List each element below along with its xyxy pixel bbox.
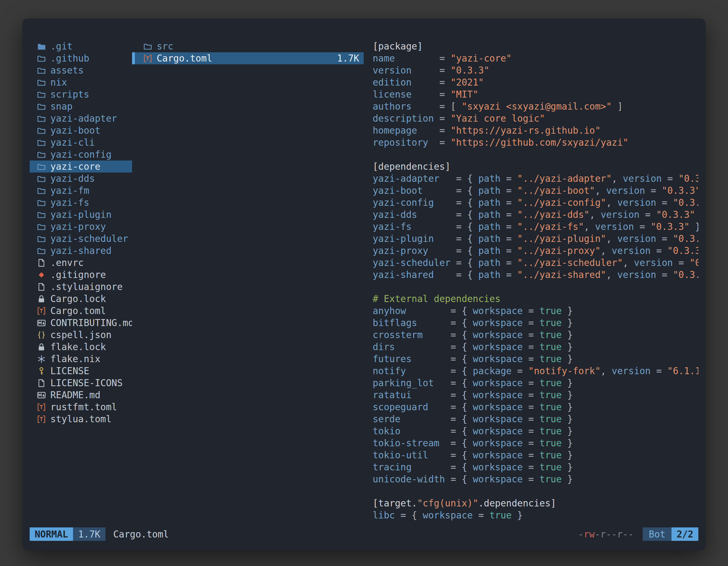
- markdown-icon: [36, 318, 46, 328]
- mode-badge: NORMAL: [30, 527, 73, 541]
- entry-name: CONTRIBUTING.md: [50, 317, 132, 329]
- directory-row[interactable]: yazi-proxy: [30, 221, 132, 233]
- code-line: name = "yazi-core": [373, 52, 698, 64]
- toml-icon: [36, 402, 46, 412]
- file-row[interactable]: .styluaignore: [30, 281, 132, 293]
- desktop: .git.githubassetsnixscriptssnapyazi-adap…: [0, 0, 728, 566]
- file-row[interactable]: .envrc: [30, 257, 132, 269]
- directory-row[interactable]: yazi-core: [30, 161, 132, 173]
- directory-row[interactable]: yazi-config: [30, 149, 132, 161]
- file-icon: [36, 258, 46, 268]
- entry-name: yazi-plugin: [50, 209, 112, 221]
- entry-name: .git: [50, 40, 72, 52]
- entry-name: Cargo.lock: [50, 293, 106, 305]
- entry-name: README.md: [50, 389, 100, 401]
- code-line: yazi-boot = { path = "../yazi-boot", ver…: [373, 185, 698, 197]
- file-row[interactable]: Cargo.toml: [30, 305, 132, 317]
- code-line: unicode-width = { workspace = true }: [373, 473, 698, 485]
- folder-icon: [36, 234, 46, 244]
- code-line: notify = { package = "notify-fork", vers…: [373, 365, 698, 377]
- directory-row[interactable]: yazi-cli: [30, 137, 132, 149]
- directory-row[interactable]: .git: [30, 40, 132, 52]
- directory-row[interactable]: snap: [30, 100, 132, 112]
- file-row[interactable]: cspell.json: [30, 329, 132, 341]
- file-row[interactable]: flake.nix: [30, 353, 132, 365]
- code-line: # External dependencies: [373, 293, 698, 305]
- code-line: [373, 149, 698, 161]
- directory-row[interactable]: yazi-fs: [30, 197, 132, 209]
- file-row[interactable]: Cargo.lock: [30, 293, 132, 305]
- code-line: authors = [ "sxyazi <sxyazi@gmail.com>" …: [373, 100, 698, 112]
- directory-row[interactable]: src: [132, 40, 364, 52]
- entry-name: assets: [50, 64, 84, 76]
- file-preview-pane: [package]name = "yazi-core"version = "0.…: [364, 40, 698, 526]
- toml-icon: [36, 306, 46, 316]
- directory-row[interactable]: yazi-scheduler: [30, 233, 132, 245]
- entry-name: yazi-proxy: [50, 221, 106, 233]
- directory-row[interactable]: yazi-shared: [30, 245, 132, 257]
- entry-name: stylua.toml: [50, 413, 112, 425]
- lock-icon: [36, 294, 46, 304]
- status-bar-right: -rw-r--r-- Bot 2/2: [578, 527, 698, 541]
- directory-row[interactable]: .github: [30, 52, 132, 64]
- directory-row[interactable]: nix: [30, 76, 132, 88]
- code-line: bitflags = { workspace = true }: [373, 317, 698, 329]
- file-row[interactable]: flake.lock: [30, 341, 132, 353]
- entry-name: yazi-fs: [50, 197, 89, 209]
- entry-size: 1.7K: [337, 52, 364, 64]
- directory-row[interactable]: scripts: [30, 88, 132, 100]
- folder-icon: [36, 90, 46, 100]
- directory-row[interactable]: yazi-adapter: [30, 112, 132, 125]
- folder-icon: [36, 198, 46, 208]
- directory-row[interactable]: yazi-dds: [30, 173, 132, 185]
- file-row[interactable]: Cargo.toml1.7K: [132, 52, 364, 64]
- code-line: [dependencies]: [373, 161, 698, 173]
- file-size-badge: 1.7K: [73, 527, 105, 541]
- code-line: parking_lot = { workspace = true }: [373, 377, 698, 389]
- file-row[interactable]: CONTRIBUTING.md: [30, 317, 132, 329]
- file-row[interactable]: stylua.toml: [30, 413, 132, 425]
- entry-name: LICENSE: [50, 365, 89, 377]
- directory-row[interactable]: assets: [30, 64, 132, 76]
- code-line: version = "0.3.3": [373, 64, 698, 76]
- code-line: ratatui = { workspace = true }: [373, 389, 698, 401]
- code-line: yazi-config = { path = "../yazi-config",…: [373, 197, 698, 209]
- directory-row[interactable]: yazi-plugin: [30, 209, 132, 221]
- entry-name: yazi-shared: [50, 245, 112, 257]
- entry-name: flake.nix: [50, 353, 100, 365]
- file-row[interactable]: README.md: [30, 389, 132, 401]
- code-line: dirs = { workspace = true }: [373, 341, 698, 353]
- entry-name: yazi-fm: [50, 185, 89, 197]
- code-line: tokio-stream = { workspace = true }: [373, 437, 698, 449]
- json-icon: [36, 330, 46, 340]
- entry-name: Cargo.toml: [157, 52, 212, 64]
- entry-name: yazi-boot: [50, 125, 100, 137]
- file-icon: [36, 378, 46, 388]
- code-line: [target."cfg(unix)".dependencies]: [373, 497, 698, 509]
- folder-icon: [36, 78, 46, 88]
- folder-icon: [36, 186, 46, 196]
- file-row[interactable]: LICENSE-ICONS: [30, 377, 132, 389]
- entry-name: snap: [50, 100, 72, 112]
- code-line: anyhow = { workspace = true }: [373, 305, 698, 317]
- directory-row[interactable]: yazi-boot: [30, 125, 132, 137]
- folder-icon: [36, 222, 46, 232]
- folder-icon: [36, 65, 46, 76]
- entry-name: yazi-core: [50, 161, 100, 173]
- folder-icon: [36, 114, 46, 124]
- code-line: [373, 485, 698, 497]
- file-row[interactable]: rustfmt.toml: [30, 401, 132, 413]
- directory-row[interactable]: yazi-fm: [30, 185, 132, 197]
- status-bar-left: NORMAL 1.7K Cargo.toml: [30, 527, 169, 541]
- entry-name: yazi-scheduler: [50, 233, 128, 245]
- file-row[interactable]: LICENSE: [30, 365, 132, 377]
- entry-name: cspell.json: [50, 329, 112, 341]
- git-icon: [36, 270, 46, 280]
- code-line: edition = "2021": [373, 76, 698, 88]
- git-folder-icon: [36, 41, 46, 51]
- folder-icon: [143, 41, 153, 51]
- file-row[interactable]: .gitignore: [30, 269, 132, 281]
- folder-icon: [36, 210, 46, 220]
- folder-icon: [36, 126, 46, 136]
- folder-icon: [36, 162, 46, 172]
